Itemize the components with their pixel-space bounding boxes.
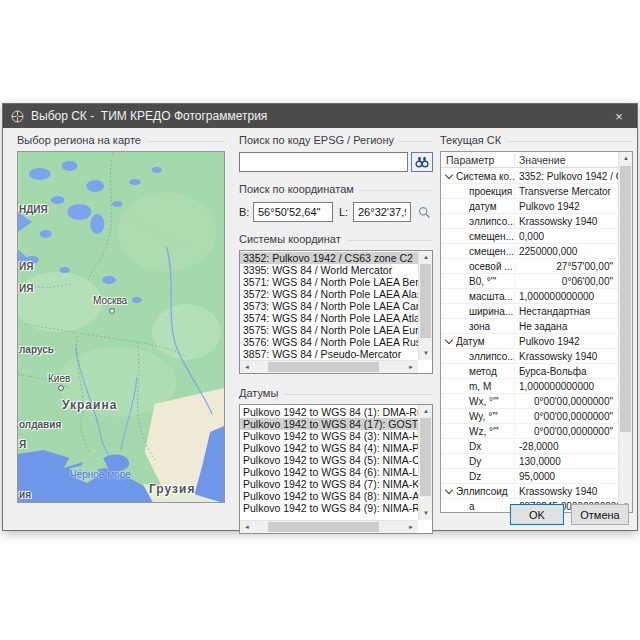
scrollbar-thumb[interactable] [420, 264, 431, 338]
epsg-search-button[interactable] [411, 152, 433, 172]
cs-value-cell: 1,000000000000 [515, 291, 618, 302]
datums-list-item[interactable]: Pulkovo 1942 to WGS 84 (5): NIMA-Cze [240, 454, 418, 466]
datums-list-item[interactable]: Pulkovo 1942 to WGS 84 (17): GOST-Rus [240, 418, 418, 430]
systems-list-item[interactable]: 3573: WGS 84 / North Pole LAEA Canada [240, 300, 418, 312]
scrollbar-thumb[interactable] [620, 166, 631, 432]
scroll-up-icon[interactable]: ▲ [619, 152, 633, 165]
current-cs-label: Текущая СК [440, 133, 633, 147]
titlebar[interactable]: Выбор СК - ТИМ КРЕДО Фотограмметрия × [3, 104, 637, 128]
scroll-up-icon[interactable]: ▲ [419, 251, 433, 264]
b-input[interactable] [253, 202, 333, 222]
systems-list-item[interactable]: 3575: WGS 84 / North Pole LAEA Europe [240, 324, 418, 336]
cs-table-row[interactable]: зона Не задана [441, 319, 618, 334]
scroll-left-icon[interactable]: ◄ [240, 521, 254, 534]
map-section: Выбор региона на карте [17, 133, 225, 503]
systems-list-item[interactable]: 3572: WGS 84 / North Pole LAEA Alaska [240, 288, 418, 300]
datums-list-item[interactable]: Pulkovo 1942 to WGS 84 (3): NIMA-Hun [240, 430, 418, 442]
scroll-right-icon[interactable]: ► [404, 361, 418, 374]
cs-param-cell: Dx [469, 441, 515, 452]
cs-vertical-scrollbar[interactable]: ▲ ▼ [618, 152, 632, 512]
value-column-header[interactable]: Значение [515, 154, 566, 166]
search-section: Поиск по коду EPSG / Региону [239, 133, 433, 534]
scroll-down-icon[interactable]: ▼ [419, 507, 433, 520]
close-icon: × [615, 109, 623, 124]
systems-list-item[interactable]: 3574: WGS 84 / North Pole LAEA Atlantic [240, 312, 418, 324]
cs-value-cell: Бурса-Вольфа [515, 366, 618, 377]
cs-table-row[interactable]: ширина... Нестандартная [441, 304, 618, 319]
cs-table-row[interactable]: Dy 130,0000 [441, 454, 618, 469]
cancel-button[interactable]: Отмена [571, 504, 629, 525]
cs-table-row[interactable]: осевой ... 27°57'00,00" [441, 259, 618, 274]
systems-list-item[interactable]: 3857: WGS 84 / Pseudo-Mercator [240, 348, 418, 360]
expand-chevron-icon[interactable] [444, 489, 456, 493]
datums-horizontal-scrollbar[interactable]: ◄ ► [240, 520, 418, 533]
cs-table-row[interactable]: эллипсо... Krassowsky 1940 [441, 214, 618, 229]
cs-param-cell: эллипсо... [469, 351, 515, 362]
datums-vertical-scrollbar[interactable]: ▲ ▼ [418, 405, 432, 520]
expand-chevron-icon[interactable] [444, 339, 456, 343]
cs-table-row[interactable]: Wz, °'" 0°00'00,0000000" [441, 424, 618, 439]
coord-search-button[interactable] [415, 203, 433, 221]
cs-value-cell: 0°00'00,0000000" [515, 426, 618, 437]
cs-param-cell: датум [469, 201, 515, 212]
map-place-label: Чёрное море [70, 469, 131, 480]
scroll-left-icon[interactable]: ◄ [240, 361, 254, 374]
cs-table-row[interactable]: Wx, °'" 0°00'00,0000000" [441, 394, 618, 409]
expand-chevron-icon[interactable] [444, 174, 456, 178]
cs-table-header[interactable]: Параметр Значение [441, 152, 632, 168]
cs-table-row[interactable]: Эллипсоид Krassowsky 1940 [441, 484, 618, 499]
cs-table-row[interactable]: датум Pulkovo 1942 [441, 199, 618, 214]
datums-list-item[interactable]: Pulkovo 1942 to WGS 84 (8): NIMA-Alb [240, 490, 418, 502]
datums-listbox: Pulkovo 1942 to WGS 84 (1): DMA-Rus Pulk… [239, 404, 433, 534]
cs-table-row[interactable]: Wy, °'" 0°00'00,0000000" [441, 409, 618, 424]
systems-list-item[interactable]: 3352: Pulkovo 1942 / CS63 zone C2 [240, 252, 418, 264]
map-section-label: Выбор региона на карте [17, 133, 225, 147]
datums-list-item[interactable]: Pulkovo 1942 to WGS 84 (4): NIMA-Pol [240, 442, 418, 454]
desktop: Выбор СК - ТИМ КРЕДО Фотограмметрия × Вы… [0, 0, 640, 640]
cs-table-row[interactable]: Dz 95,0000 [441, 469, 618, 484]
epsg-search-input[interactable] [239, 152, 408, 172]
scroll-right-icon[interactable]: ► [404, 521, 418, 534]
datums-list-item[interactable]: Pulkovo 1942 to WGS 84 (7): NIMA-Kaz [240, 478, 418, 490]
cs-table-row[interactable]: смещен... 2250000,000 [441, 244, 618, 259]
map-place-label: Грузия [149, 482, 195, 496]
region-map[interactable]: НДИЯ ИЯ ИЯ Москва ларусь Киев [17, 151, 225, 503]
datums-list-item[interactable]: Pulkovo 1942 to WGS 84 (1): DMA-Rus [240, 406, 418, 418]
cs-param-cell: Wx, °'" [469, 396, 515, 407]
cs-table-row[interactable]: Система ко... 3352: Pulkovo 1942 / CS63 … [441, 169, 618, 184]
param-column-header[interactable]: Параметр [441, 154, 515, 166]
map-place-label: ИЯ [19, 261, 33, 272]
scrollbar-thumb[interactable] [268, 362, 378, 372]
cs-param-cell: зона [469, 321, 515, 332]
cs-value-cell: Pulkovo 1942 [515, 201, 618, 212]
l-input[interactable] [353, 202, 411, 222]
scrollbar-thumb[interactable] [420, 418, 431, 496]
systems-list-item[interactable]: 3576: WGS 84 / North Pole LAEA Russia [240, 336, 418, 348]
cs-table-row[interactable]: эллипсо... Krassowsky 1940 [441, 349, 618, 364]
scrollbar-thumb[interactable] [268, 522, 378, 532]
systems-list-item[interactable]: 3395: WGS 84 / World Mercator [240, 264, 418, 276]
datums-list-item[interactable]: Pulkovo 1942 to WGS 84 (6): NIMA-Lva [240, 466, 418, 478]
cs-table-row[interactable]: смещен... 0,000 [441, 229, 618, 244]
cs-table-row[interactable]: m, M 1,000000000000 [441, 379, 618, 394]
systems-list-item[interactable]: 3571: WGS 84 / North Pole LAEA Bering Se… [240, 276, 418, 288]
cs-table-row[interactable]: проекция Transverse Mercator [441, 184, 618, 199]
cs-table-row[interactable]: метод Бурса-Вольфа [441, 364, 618, 379]
cs-table-row[interactable]: Dx -28,0000 [441, 439, 618, 454]
datums-list-item[interactable]: Pulkovo 1942 to WGS 84 (9): NIMA-Rom [240, 502, 418, 514]
cs-table-row[interactable]: масшта... 1,000000000000 [441, 289, 618, 304]
binoculars-icon [415, 156, 429, 168]
systems-horizontal-scrollbar[interactable]: ◄ ► [240, 360, 418, 373]
cs-table-row[interactable]: Датум Pulkovo 1942 [441, 334, 618, 349]
scroll-up-icon[interactable]: ▲ [419, 405, 433, 418]
scroll-down-icon[interactable]: ▼ [419, 347, 433, 360]
cs-value-cell: 27°57'00,00" [515, 261, 618, 272]
close-button[interactable]: × [601, 104, 637, 128]
systems-vertical-scrollbar[interactable]: ▲ ▼ [418, 251, 432, 360]
coord-search-label: Поиск по координатам [239, 182, 433, 196]
cs-value-cell: Не задана [515, 321, 618, 332]
ok-button[interactable]: OK [510, 504, 564, 525]
cs-value-cell: Transverse Mercator [515, 186, 618, 197]
map-place-label [109, 308, 115, 314]
cs-table-row[interactable]: В0, °'" 0°06'00,00" [441, 274, 618, 289]
